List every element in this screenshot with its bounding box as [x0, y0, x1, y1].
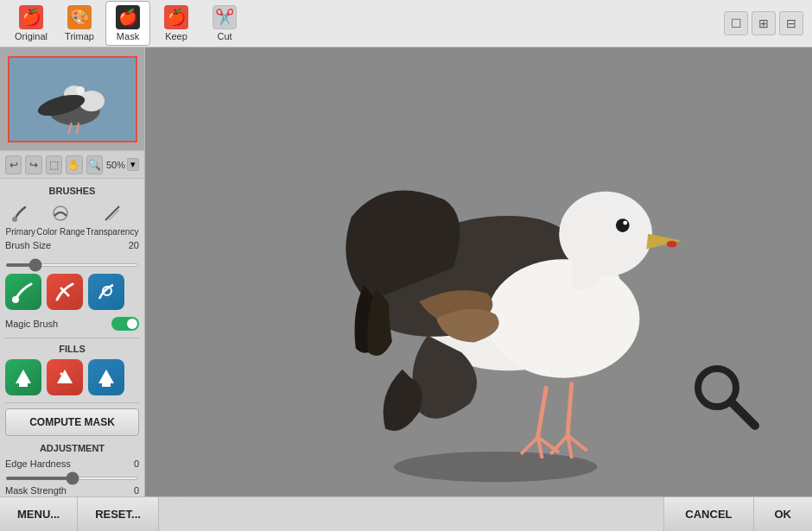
tab-trimap-label: Trimap: [65, 31, 94, 41]
compute-mask-button[interactable]: COMPUTE MASK: [5, 408, 139, 436]
mask-strength-label: Mask Strength: [5, 485, 122, 496]
transparency-icon: [100, 201, 124, 225]
brush-size-slider[interactable]: [5, 263, 139, 267]
color-range-label: Color Range: [36, 227, 85, 237]
tab-cut-label: Cut: [217, 31, 232, 41]
fills-title: FILLS: [5, 344, 139, 354]
canvas-area[interactable]: [145, 47, 812, 496]
original-icon: 🍎: [19, 5, 43, 29]
svg-point-20: [616, 218, 630, 232]
green-brush-button[interactable]: [5, 274, 41, 310]
cut-icon: ✂️: [213, 5, 237, 29]
edge-hardness-label: Edge Hardness: [5, 458, 122, 469]
edge-hardness-row: Edge Hardness 0: [5, 458, 139, 469]
transparency-label: Transparency: [86, 227, 139, 237]
tab-original[interactable]: 🍎 Original: [9, 1, 54, 46]
view-grid-button[interactable]: ⊟: [779, 11, 803, 35]
tab-keep-label: Keep: [165, 31, 187, 41]
primary-brush-label: Primary: [6, 227, 35, 237]
edge-hardness-slider[interactable]: [5, 477, 139, 480]
menu-button[interactable]: MENU...: [0, 497, 78, 531]
view-buttons: ☐ ⊞ ⊟: [724, 11, 803, 35]
blue-brush-button[interactable]: [88, 274, 124, 310]
primary-brush-button[interactable]: Primary: [6, 201, 35, 237]
panel-content: BRUSHES Primary Color Range: [0, 179, 144, 496]
fills-buttons-row: [5, 359, 139, 395]
fill-blue-button[interactable]: [88, 359, 124, 395]
ok-button[interactable]: OK: [753, 497, 813, 531]
magic-brush-toggle[interactable]: [111, 317, 139, 331]
redo-button[interactable]: ↪: [25, 155, 41, 174]
view-single-button[interactable]: ☐: [724, 11, 748, 35]
orange-brush-button[interactable]: [47, 274, 83, 310]
selection-button[interactable]: ⬚: [46, 155, 62, 174]
tab-mask[interactable]: 🍎 Mask: [105, 1, 150, 46]
bird-canvas: [145, 47, 812, 496]
tab-mask-label: Mask: [117, 31, 139, 41]
tool-row: ↩ ↪ ⬚ ✋ 🔍 50% ▾: [0, 151, 144, 179]
magic-brush-row: Magic Brush: [5, 317, 139, 331]
svg-point-8: [12, 217, 17, 222]
brush-buttons-row: [5, 274, 139, 310]
zoom-dropdown-button[interactable]: ▾: [127, 158, 139, 171]
tab-keep[interactable]: 🍎 Keep: [154, 1, 199, 46]
color-range-icon: [48, 201, 73, 225]
left-panel: ↩ ↪ ⬚ ✋ 🔍 50% ▾ BRUSHES Primary: [0, 47, 145, 496]
bottom-bar: MENU... RESET... CANCEL OK: [0, 496, 812, 531]
thumbnail-svg: [10, 58, 137, 142]
undo-button[interactable]: ↩: [5, 155, 22, 174]
view-double-button[interactable]: ⊞: [752, 11, 776, 35]
svg-point-18: [487, 259, 640, 377]
fill-orange-button[interactable]: [47, 359, 83, 395]
svg-point-4: [76, 86, 85, 95]
thumbnail-area: [0, 47, 144, 151]
tab-cut[interactable]: ✂️ Cut: [202, 1, 247, 46]
top-toolbar: 🍎 Original 🎨 Trimap 🍎 Mask 🍎 Keep ✂️ Cut…: [0, 0, 812, 47]
tab-trimap[interactable]: 🎨 Trimap: [57, 1, 102, 46]
toggle-knob: [127, 319, 137, 329]
trimap-icon: 🎨: [67, 5, 92, 29]
fill-green-button[interactable]: [5, 359, 41, 395]
primary-brush-icon: [9, 201, 33, 225]
brush-size-row: Brush Size 20: [5, 240, 139, 250]
thumbnail: [8, 56, 137, 142]
mask-icon: 🍎: [116, 5, 140, 29]
hand-tool-button[interactable]: ✋: [66, 155, 82, 174]
mask-strength-value: 0: [122, 485, 139, 496]
svg-point-10: [12, 296, 19, 303]
svg-point-22: [667, 241, 677, 248]
transparency-brush-button[interactable]: Transparency: [86, 201, 139, 237]
bottom-spacer: [159, 497, 663, 531]
brushes-title: BRUSHES: [5, 186, 139, 196]
brush-size-value: 20: [122, 240, 139, 250]
cancel-button[interactable]: CANCEL: [663, 497, 752, 531]
zoom-display: 50% ▾: [106, 158, 139, 171]
svg-point-15: [394, 452, 597, 482]
brush-size-label: Brush Size: [5, 240, 118, 250]
keep-icon: 🍎: [164, 5, 188, 29]
reset-button[interactable]: RESET...: [78, 497, 159, 531]
tab-original-label: Original: [15, 31, 48, 41]
main-area: ↩ ↪ ⬚ ✋ 🔍 50% ▾ BRUSHES Primary: [0, 47, 812, 496]
zoom-tool-button[interactable]: 🔍: [86, 155, 103, 174]
adjustment-title: ADJUSTMENT: [5, 443, 139, 453]
magic-brush-label: Magic Brush: [5, 319, 106, 329]
brush-types: Primary Color Range: [5, 201, 139, 237]
svg-point-21: [623, 221, 627, 225]
edge-hardness-value: 0: [122, 458, 139, 469]
zoom-level-label: 50%: [106, 160, 125, 170]
mask-strength-row: Mask Strength 0: [5, 485, 139, 496]
color-range-brush-button[interactable]: Color Range: [36, 201, 85, 237]
